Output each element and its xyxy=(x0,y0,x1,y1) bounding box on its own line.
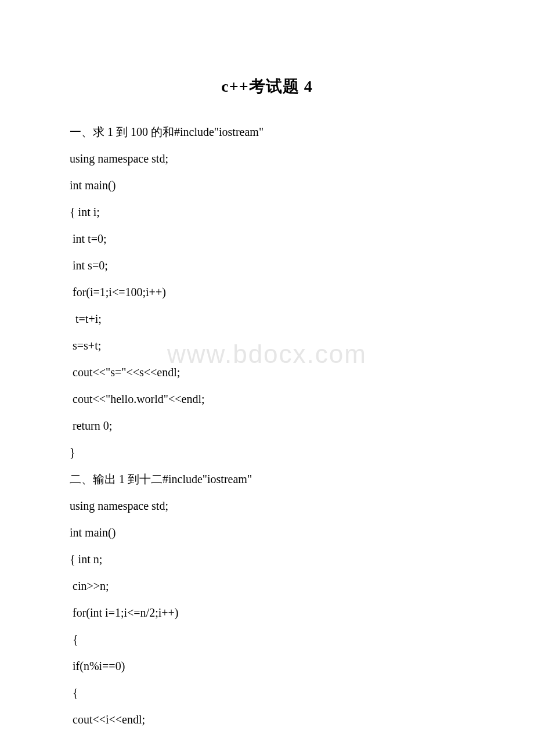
code-line: cin>>n; xyxy=(70,573,464,599)
code-line: cout<<"hello.world"<<endl; xyxy=(70,386,464,412)
code-line: { int n; xyxy=(70,546,464,573)
code-line: int s=0; xyxy=(70,252,464,279)
code-line: { xyxy=(70,626,464,653)
code-line: cout<<i<<endl; xyxy=(70,706,464,733)
code-line: int t=0; xyxy=(70,225,464,252)
code-line: 二、输出 1 到十二#include"iostream" xyxy=(70,466,464,492)
code-line: int main() xyxy=(70,172,464,199)
code-line: 一、求 1 到 100 的和#include"iostream" xyxy=(70,118,464,145)
code-line: for(i=1;i<=100;i++) xyxy=(70,279,464,305)
code-block: 一、求 1 到 100 的和#include"iostream" using n… xyxy=(70,118,464,733)
code-line: using namespace std; xyxy=(70,492,464,519)
code-line: cout<<"s="<<s<<endl; xyxy=(70,359,464,386)
code-line: { int i; xyxy=(70,199,464,225)
code-line: for(int i=1;i<=n/2;i++) xyxy=(70,599,464,626)
page-title: c++考试题 4 xyxy=(70,75,464,98)
code-line: if(n%i==0) xyxy=(70,653,464,679)
code-line: return 0; xyxy=(70,412,464,439)
code-line: s=s+t; xyxy=(70,332,464,359)
code-line: t=t+i; xyxy=(70,305,464,332)
code-line: } xyxy=(70,439,464,466)
code-line: using namespace std; xyxy=(70,145,464,172)
code-line: { xyxy=(70,679,464,706)
code-line: int main() xyxy=(70,519,464,546)
